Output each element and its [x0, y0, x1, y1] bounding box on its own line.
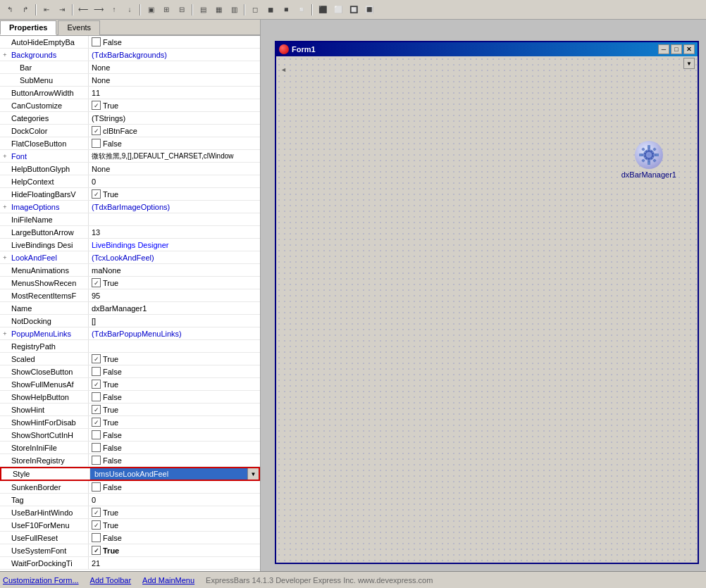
prop-expander-cancustomize[interactable] — [0, 99, 10, 111]
prop-checkbox-usef10[interactable] — [92, 520, 101, 530]
prop-expander-flatclose[interactable] — [0, 137, 10, 149]
prop-expander-usebarhint[interactable] — [0, 506, 10, 518]
toolbar-icon-18[interactable]: ◽ — [295, 3, 309, 17]
prop-expander-waitdocking[interactable] — [0, 557, 10, 569]
prop-checkbox-showhelp[interactable] — [92, 392, 101, 401]
prop-expander-showfullmenus[interactable] — [0, 378, 10, 390]
prop-expander-notdocking[interactable] — [0, 315, 10, 327]
prop-checkbox-usesysfont[interactable] — [92, 546, 101, 555]
prop-expander-imageoptions[interactable]: + — [0, 201, 10, 213]
prop-expander-showclose[interactable] — [0, 365, 10, 377]
main-area: Properties Events AutoHideEmptyBa False … — [0, 20, 706, 571]
toolbar-icon-8[interactable]: ↓ — [123, 3, 137, 17]
toolbar-icon-11[interactable]: ⊟ — [175, 3, 189, 17]
toolbar-icon-15[interactable]: ◻ — [248, 3, 262, 17]
prop-expander-inifile[interactable] — [0, 213, 10, 225]
prop-expander-showshortcut[interactable] — [0, 429, 10, 441]
prop-expander-menusshow[interactable] — [0, 277, 10, 289]
prop-expander-livebindings[interactable] — [0, 239, 10, 251]
prop-checkbox-hidefloating[interactable] — [92, 189, 101, 199]
prop-expander-lookandfeel[interactable]: + — [0, 251, 10, 263]
prop-expander-submenu[interactable] — [0, 74, 10, 86]
prop-expander-mostrecentitems[interactable] — [0, 289, 10, 301]
add-toolbar-link[interactable]: Add Toolbar — [90, 576, 132, 584]
style-dropdown-btn[interactable]: ▼ — [247, 468, 259, 480]
prop-expander-font[interactable]: + — [0, 150, 10, 162]
prop-checkbox-scaled[interactable] — [92, 354, 101, 363]
props-list[interactable]: AutoHideEmptyBa False + Backgrounds (Tdx… — [0, 36, 260, 571]
prop-expander-style[interactable] — [1, 468, 11, 480]
toolbar-icon-5[interactable]: ⟵ — [76, 3, 90, 17]
toolbar-icon-12[interactable]: ▤ — [196, 3, 210, 17]
form-dropdown[interactable]: ▼ — [683, 58, 695, 69]
form-close-btn[interactable]: ✕ — [683, 44, 695, 54]
toolbar-icon-21[interactable]: 🔲 — [347, 3, 361, 17]
prop-checkbox-showclose[interactable] — [92, 367, 101, 376]
tab-properties[interactable]: Properties — [0, 20, 56, 35]
prop-checkbox-usefullreset[interactable] — [92, 533, 101, 542]
prop-expander-sunken[interactable] — [0, 481, 10, 493]
prop-checkbox-flatclose[interactable] — [92, 139, 101, 148]
prop-checkbox-storeini[interactable] — [92, 443, 101, 452]
prop-checkbox-autohide[interactable] — [92, 37, 101, 46]
toolbar-icon-13[interactable]: ▦ — [211, 3, 225, 17]
toolbar-icon-4[interactable]: ⇥ — [55, 3, 69, 17]
prop-expander-helpbtn[interactable] — [0, 163, 10, 175]
prop-expander-hidefloating[interactable] — [0, 188, 10, 200]
toolbar-icon-17[interactable]: ◾ — [279, 3, 293, 17]
prop-checkbox-usebarhint[interactable] — [92, 508, 101, 517]
prop-expander-popuplinks[interactable]: + — [0, 327, 10, 339]
prop-expander-showhelp[interactable] — [0, 391, 10, 403]
toolbar-icon-9[interactable]: ▣ — [144, 3, 158, 17]
form-minimize-btn[interactable]: ─ — [658, 44, 669, 54]
prop-expander-storeini[interactable] — [0, 442, 10, 453]
prop-expander-usesysfont[interactable] — [0, 544, 10, 556]
prop-expander-buttonarrow[interactable] — [0, 87, 10, 99]
toolbar-icon-7[interactable]: ↑ — [107, 3, 121, 17]
prop-expander-showhintdis[interactable] — [0, 416, 10, 428]
prop-expander-name[interactable] — [0, 302, 10, 314]
prop-checkbox-showfullmenus[interactable] — [92, 380, 101, 389]
prop-expander-largebtn[interactable] — [0, 226, 10, 238]
prop-checkbox-showhint[interactable] — [92, 405, 101, 414]
prop-expander-storereg[interactable] — [0, 454, 10, 466]
toolbar-icon-1[interactable]: ↰ — [3, 3, 17, 17]
prop-expander-backgrounds[interactable]: + — [0, 49, 10, 61]
prop-expander-helpctx[interactable] — [0, 175, 10, 187]
prop-checkbox-showshortcut[interactable] — [92, 430, 101, 439]
form-restore-btn[interactable]: □ — [671, 44, 682, 54]
toolbar-icon-10[interactable]: ⊞ — [159, 3, 173, 17]
toolbar-icon-2[interactable]: ↱ — [18, 3, 32, 17]
prop-expander-bar[interactable] — [0, 61, 10, 73]
prop-expander-menuanim[interactable] — [0, 264, 10, 276]
toolbar-icon-19[interactable]: ⬛ — [316, 3, 330, 17]
prop-checkbox-cancustomize[interactable] — [92, 101, 101, 110]
prop-checkbox-dockcolor[interactable] — [92, 126, 101, 135]
toolbar-icon-14[interactable]: ▥ — [227, 3, 241, 17]
prop-expander-dockcolor[interactable] — [0, 125, 10, 137]
add-mainmenu-link[interactable]: Add MainMenu — [142, 576, 194, 584]
toolbar-icon-3[interactable]: ⇤ — [39, 3, 54, 17]
prop-expander-usef10[interactable] — [0, 519, 10, 531]
toolbar-icon-22[interactable]: 🔳 — [362, 3, 376, 17]
prop-expander-showhint[interactable] — [0, 404, 10, 415]
prop-expander-autohide[interactable] — [0, 36, 10, 48]
toolbar-icon-16[interactable]: ◼ — [264, 3, 278, 17]
prop-expander-regpath[interactable] — [0, 340, 10, 352]
prop-expander-scaled[interactable] — [0, 353, 10, 365]
prop-checkbox-storereg[interactable] — [92, 456, 101, 465]
prop-value-livebindings[interactable]: LiveBindings Designer — [89, 239, 260, 251]
tab-events[interactable]: Events — [58, 20, 100, 35]
customization-form-link[interactable]: Customization Form... — [3, 576, 79, 584]
dxbar-manager-icon[interactable]: dxBarManager1 — [621, 141, 676, 179]
prop-expander-tag[interactable] — [0, 494, 10, 506]
toolbar-icon-20[interactable]: ⬜ — [331, 3, 345, 17]
prop-value-bar: None — [89, 61, 260, 73]
prop-expander-categories[interactable] — [0, 112, 10, 124]
prop-expander-usefullreset[interactable] — [0, 532, 10, 544]
prop-checkbox-showhintdis[interactable] — [92, 418, 101, 427]
prop-checkbox-sunken[interactable] — [92, 482, 101, 492]
toolbar-icon-6[interactable]: ⟶ — [92, 3, 106, 17]
prop-row-helpbtn: HelpButtonGlyph None — [0, 163, 260, 175]
prop-checkbox-menusshow[interactable] — [92, 278, 101, 287]
